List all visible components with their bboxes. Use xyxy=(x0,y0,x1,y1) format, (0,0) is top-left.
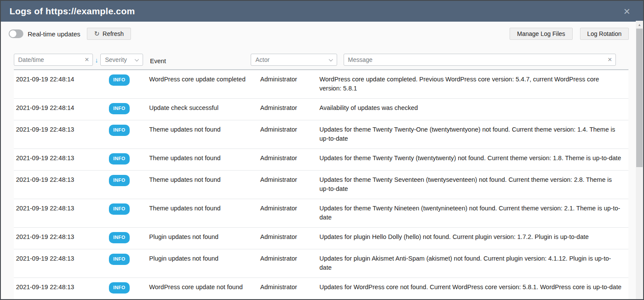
severity-cell: INFO xyxy=(109,75,149,93)
log-event: Theme updates not found xyxy=(149,204,260,222)
severity-badge: INFO xyxy=(109,175,130,186)
log-event: WordPress core update completed xyxy=(149,75,260,93)
event-column-header: Event xyxy=(143,58,251,66)
realtime-updates-label: Real-time updates xyxy=(28,30,80,38)
log-event: Plugin updates not found xyxy=(149,254,260,272)
clear-datetime-filter-icon[interactable]: × xyxy=(83,56,92,64)
log-datetime: 2021-09-19 22:48:13 xyxy=(14,125,109,143)
log-message: Updates for plugin Akismet Anti-Spam (ak… xyxy=(319,254,628,272)
severity-cell: INFO xyxy=(109,254,149,272)
toolbar: Real-time updates ↻Refresh Manage Log Fi… xyxy=(9,28,629,40)
log-datetime: 2021-09-19 22:48:14 xyxy=(14,103,109,115)
log-message: Updates for theme Twenty Twenty-One (twe… xyxy=(319,125,628,143)
log-actor: Administrator xyxy=(260,103,319,115)
severity-badge: INFO xyxy=(109,254,130,265)
refresh-icon: ↻ xyxy=(94,30,100,38)
log-datetime: 2021-09-19 22:48:13 xyxy=(14,175,109,194)
severity-cell: INFO xyxy=(109,232,149,244)
dialog-title: Logs of https://example.com xyxy=(10,6,135,16)
actor-filter-label: Actor xyxy=(255,56,270,63)
severity-badge: INFO xyxy=(109,74,130,86)
dialog-titlebar: Logs of https://example.com × xyxy=(1,1,643,22)
log-event: Update check successful xyxy=(149,103,260,115)
manage-log-files-button[interactable]: Manage Log Files xyxy=(510,28,572,40)
log-message: Availability of updates was checked xyxy=(319,103,628,115)
log-actor: Administrator xyxy=(260,254,319,272)
log-datetime: 2021-09-19 22:48:13 xyxy=(14,154,109,165)
log-actor: Administrator xyxy=(260,154,319,165)
severity-badge: INFO xyxy=(109,153,130,165)
severity-badge: INFO xyxy=(109,232,130,243)
log-event: Theme updates not found xyxy=(149,175,260,194)
log-datetime: 2021-09-19 22:48:13 xyxy=(14,283,109,294)
chevron-down-icon xyxy=(329,57,333,61)
log-datetime: 2021-09-19 22:48:13 xyxy=(14,232,109,244)
realtime-updates-toggle[interactable] xyxy=(9,29,23,38)
datetime-filter-input[interactable] xyxy=(14,56,83,63)
clear-message-filter-icon[interactable]: × xyxy=(606,56,615,64)
table-row: 2021-09-19 22:48:13 INFO Theme updates n… xyxy=(14,171,628,199)
table-row: 2021-09-19 22:48:13 INFO Plugin updates … xyxy=(14,249,628,278)
log-actor: Administrator xyxy=(260,125,319,143)
log-message: Updates for theme Twenty Seventeen (twen… xyxy=(319,175,628,194)
log-actor: Administrator xyxy=(260,75,319,93)
logs-dialog: Logs of https://example.com × Real-time … xyxy=(0,0,644,300)
toggle-knob xyxy=(10,30,16,37)
log-event: Theme updates not found xyxy=(149,154,260,165)
vertical-scrollbar[interactable]: ▲ xyxy=(636,21,643,299)
log-message: Updates for theme Twenty Nineteen (twent… xyxy=(319,204,628,222)
severity-cell: INFO xyxy=(109,125,149,143)
severity-badge: INFO xyxy=(109,103,130,114)
severity-cell: INFO xyxy=(109,175,149,194)
scrollbar-thumb[interactable] xyxy=(636,29,643,167)
log-actor: Administrator xyxy=(260,175,319,194)
log-datetime: 2021-09-19 22:48:14 xyxy=(14,75,109,93)
log-event: Theme updates not found xyxy=(149,125,260,143)
log-event: WordPress core update not found xyxy=(149,283,260,294)
severity-cell: INFO xyxy=(109,154,149,165)
refresh-label: Refresh xyxy=(102,30,124,37)
refresh-button[interactable]: ↻Refresh xyxy=(87,28,131,40)
log-actor: Administrator xyxy=(260,283,319,294)
severity-filter-select[interactable]: Severity xyxy=(100,54,143,66)
log-message: Updates for WordPress core not found. Cu… xyxy=(319,283,628,294)
log-event: Plugin updates not found xyxy=(149,232,260,244)
log-datetime: 2021-09-19 22:48:13 xyxy=(14,204,109,222)
scroll-up-arrow-icon[interactable]: ▲ xyxy=(636,21,643,27)
log-table: 2021-09-19 22:48:14 INFO WordPress core … xyxy=(14,69,628,300)
sort-descending-icon[interactable]: ↓ xyxy=(93,56,100,64)
table-row: 2021-09-19 22:48:13 INFO Theme updates n… xyxy=(14,199,628,228)
log-message: WordPress core update completed. Previou… xyxy=(319,75,628,93)
message-filter-input[interactable] xyxy=(344,56,606,63)
severity-badge: INFO xyxy=(109,203,130,215)
table-row: 2021-09-19 22:48:13 INFO Theme updates n… xyxy=(14,149,628,171)
toolbar-right-group: Manage Log Files Log Rotation xyxy=(510,28,629,40)
chevron-down-icon xyxy=(135,57,139,61)
actor-filter-select[interactable]: Actor xyxy=(251,54,337,66)
severity-cell: INFO xyxy=(109,103,149,115)
table-row: 2021-09-19 22:48:13 INFO WordPress core … xyxy=(14,278,628,300)
severity-badge: INFO xyxy=(109,282,130,294)
severity-cell: INFO xyxy=(109,204,149,222)
log-datetime: 2021-09-19 22:48:13 xyxy=(14,254,109,272)
log-actor: Administrator xyxy=(260,232,319,244)
log-message: Updates for plugin Hello Dolly (hello) n… xyxy=(319,232,628,244)
table-row: 2021-09-19 22:48:13 INFO Plugin updates … xyxy=(14,228,628,249)
table-row: 2021-09-19 22:48:13 INFO Theme updates n… xyxy=(14,120,628,149)
log-message: Updates for theme Twenty Twenty (twentyt… xyxy=(319,154,628,165)
close-icon[interactable]: × xyxy=(624,6,630,17)
log-rotation-button[interactable]: Log Rotation xyxy=(580,28,629,40)
filter-bar: × ↓ Severity Event Actor × xyxy=(14,54,616,66)
table-row: 2021-09-19 22:48:14 INFO WordPress core … xyxy=(14,70,628,99)
log-actor: Administrator xyxy=(260,204,319,222)
message-filter: × xyxy=(344,54,616,66)
severity-badge: INFO xyxy=(109,125,130,136)
datetime-filter: × xyxy=(14,54,93,66)
severity-cell: INFO xyxy=(109,283,149,294)
table-row: 2021-09-19 22:48:14 INFO Update check su… xyxy=(14,99,628,120)
severity-filter-label: Severity xyxy=(105,56,127,63)
